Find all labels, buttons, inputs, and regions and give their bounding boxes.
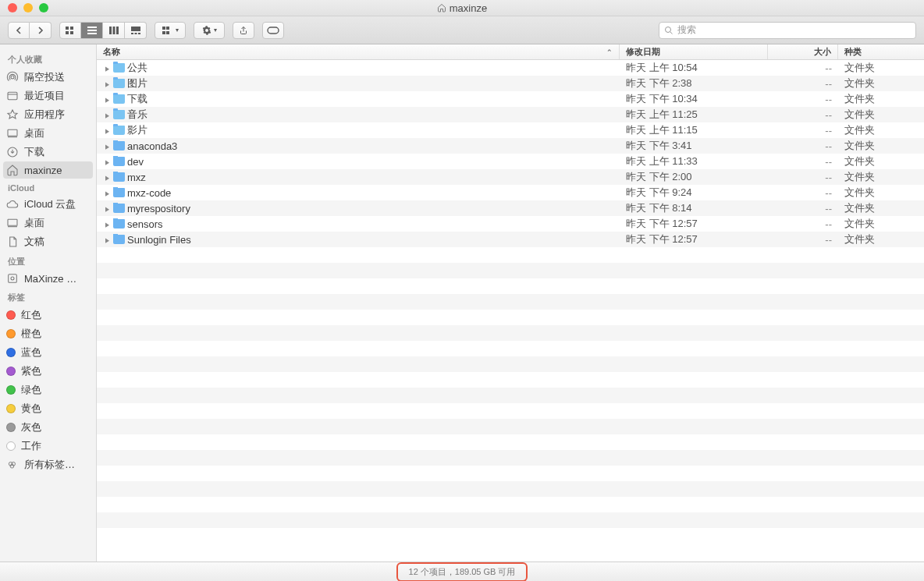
disclosure-triangle-icon[interactable]: ▸	[103, 156, 111, 167]
sidebar-item-fav-0[interactable]: 隔空投送	[0, 68, 96, 87]
file-row[interactable]: ▸sensors昨天 下午 12:57--文件夹	[97, 216, 924, 232]
file-date: 昨天 下午 2:00	[620, 170, 768, 184]
sidebar-item-fav-4[interactable]: 下载	[0, 143, 96, 161]
column-header-name[interactable]: 名称⌃	[97, 44, 620, 59]
tag-dot-icon	[6, 404, 16, 413]
disclosure-triangle-icon[interactable]: ▸	[103, 125, 111, 136]
column-view-button[interactable]	[103, 22, 125, 39]
folder-icon	[113, 141, 125, 151]
svg-rect-1	[70, 27, 73, 30]
disclosure-triangle-icon[interactable]: ▸	[103, 203, 111, 214]
gallery-view-button[interactable]	[125, 22, 147, 39]
sidebar-tag-4[interactable]: 绿色	[0, 381, 96, 399]
sidebar-tag-label: 黄色	[21, 402, 41, 416]
file-row[interactable]: ▸下载昨天 下午 10:34--文件夹	[97, 91, 924, 107]
sidebar-item-fav-2[interactable]: 应用程序	[0, 105, 96, 124]
file-row[interactable]: ▸anaconda3昨天 下午 3:41--文件夹	[97, 138, 924, 154]
column-header-date[interactable]: 修改日期	[620, 44, 768, 59]
airdrop-icon	[6, 71, 19, 83]
svg-rect-5	[87, 30, 97, 31]
disclosure-triangle-icon[interactable]: ▸	[103, 78, 111, 89]
sidebar-item-label: MaXinze …	[24, 273, 76, 285]
disclosure-triangle-icon[interactable]: ▸	[103, 94, 111, 105]
minimize-window-button[interactable]	[23, 3, 33, 12]
sidebar-item-fav-5[interactable]: maxinze	[3, 161, 93, 179]
file-row[interactable]: ▸myrespository昨天 下午 8:14--文件夹	[97, 200, 924, 216]
svg-rect-14	[162, 27, 165, 30]
toolbar: ▾ ▾ 搜索	[0, 16, 924, 44]
sidebar-item-fav-1[interactable]: 最近项目	[0, 87, 96, 105]
file-row[interactable]: ▸mxz昨天 下午 2:00--文件夹	[97, 169, 924, 185]
close-window-button[interactable]	[8, 3, 17, 12]
sidebar-tag-7[interactable]: 工作	[0, 437, 96, 455]
disclosure-triangle-icon[interactable]: ▸	[103, 62, 111, 73]
sidebar-tag-2[interactable]: 蓝色	[0, 343, 96, 362]
file-kind: 文件夹	[838, 170, 924, 184]
disclosure-triangle-icon[interactable]: ▸	[103, 109, 111, 120]
sidebar-tag-label: 紫色	[21, 364, 41, 378]
file-name: 图片	[127, 76, 147, 90]
forward-button[interactable]	[30, 22, 52, 39]
sidebar-item-icloud-1[interactable]: 桌面	[0, 214, 96, 232]
list-view-button[interactable]	[81, 22, 103, 39]
file-list[interactable]: ▸公共昨天 上午 10:54--文件夹▸图片昨天 下午 2:38--文件夹▸下载…	[97, 60, 924, 562]
action-button[interactable]: ▾	[194, 22, 225, 39]
sidebar-tag-label: 橙色	[21, 327, 41, 341]
file-date: 昨天 下午 8:14	[620, 201, 768, 215]
file-row[interactable]: ▸音乐昨天 上午 11:25--文件夹	[97, 107, 924, 122]
disclosure-triangle-icon[interactable]: ▸	[103, 234, 111, 245]
back-button[interactable]	[8, 22, 30, 39]
sidebar-item-label: 隔空投送	[24, 70, 65, 84]
file-size: --	[768, 125, 838, 136]
arrange-button[interactable]: ▾	[155, 22, 186, 39]
disclosure-triangle-icon[interactable]: ▸	[103, 187, 111, 198]
sidebar-item-label: 桌面	[24, 216, 44, 230]
empty-row	[97, 310, 924, 325]
svg-point-19	[666, 27, 671, 32]
disclosure-triangle-icon[interactable]: ▸	[103, 172, 111, 182]
disclosure-triangle-icon[interactable]: ▸	[103, 140, 111, 151]
tags-button[interactable]	[262, 22, 284, 39]
file-row[interactable]: ▸Sunlogin Files昨天 下午 12:57--文件夹	[97, 232, 924, 247]
svg-rect-10	[131, 27, 140, 31]
tag-dot-icon	[6, 441, 16, 451]
window-title: maxinze	[0, 2, 924, 14]
maximize-window-button[interactable]	[39, 3, 48, 12]
sidebar-tag-5[interactable]: 黄色	[0, 399, 96, 418]
search-field[interactable]: 搜索	[659, 22, 916, 39]
file-row[interactable]: ▸影片昨天 上午 11:15--文件夹	[97, 122, 924, 138]
sidebar-tag-label: 红色	[21, 308, 41, 322]
file-row[interactable]: ▸公共昨天 上午 10:54--文件夹	[97, 60, 924, 76]
search-icon	[664, 26, 673, 35]
file-row[interactable]: ▸dev昨天 上午 11:33--文件夹	[97, 154, 924, 169]
empty-row	[97, 497, 924, 512]
disclosure-triangle-icon[interactable]: ▸	[103, 218, 111, 229]
share-button[interactable]	[233, 22, 254, 39]
window-title-text: maxinze	[450, 2, 487, 14]
file-row[interactable]: ▸图片昨天 下午 2:38--文件夹	[97, 76, 924, 91]
sidebar-tag-3[interactable]: 紫色	[0, 362, 96, 381]
file-size: --	[768, 172, 838, 183]
sidebar-item-icloud-0[interactable]: iCloud 云盘	[0, 195, 96, 214]
apps-icon	[6, 108, 19, 121]
empty-row	[97, 403, 924, 419]
folder-icon	[113, 235, 125, 244]
view-mode-group	[59, 22, 147, 39]
file-size: --	[768, 109, 838, 121]
sidebar-item-icloud-2[interactable]: 文稿	[0, 232, 96, 251]
sidebar-tag-0[interactable]: 红色	[0, 306, 96, 324]
sidebar-item-fav-3[interactable]: 桌面	[0, 124, 96, 143]
folder-icon	[113, 94, 125, 104]
tag-dot-icon	[6, 385, 16, 395]
column-header-kind[interactable]: 种类	[838, 44, 924, 59]
sidebar-tag-8[interactable]: 所有标签…	[0, 455, 96, 474]
folder-icon	[113, 172, 125, 182]
column-header-size[interactable]: 大小	[768, 44, 838, 59]
sidebar-item-loc-0[interactable]: MaXinze …	[0, 270, 96, 287]
file-row[interactable]: ▸mxz-code昨天 下午 9:24--文件夹	[97, 185, 924, 200]
sidebar-tag-1[interactable]: 橙色	[0, 324, 96, 343]
file-kind: 文件夹	[838, 76, 924, 90]
sidebar-tag-6[interactable]: 灰色	[0, 418, 96, 437]
icon-view-button[interactable]	[59, 22, 81, 39]
tag-dot-icon	[6, 423, 16, 432]
